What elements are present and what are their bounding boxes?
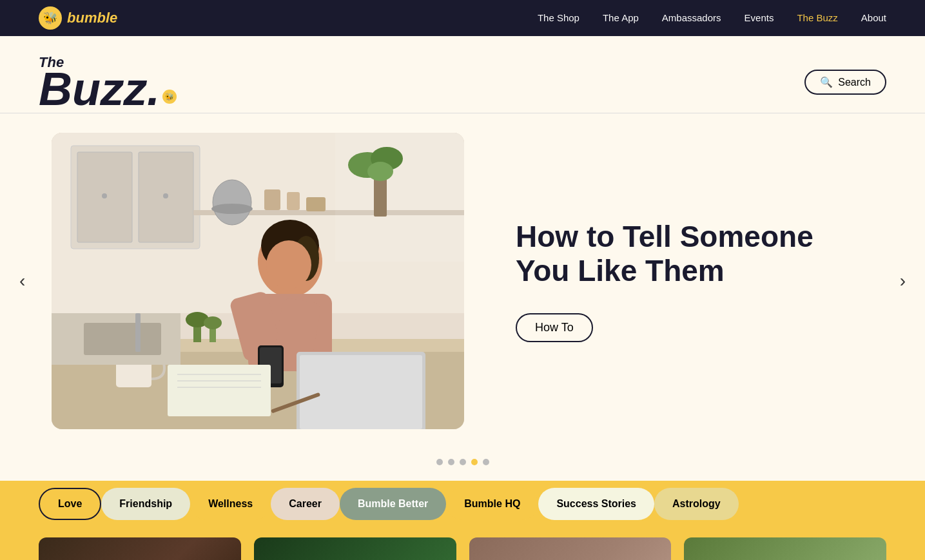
tab-astrology[interactable]: Astrology — [654, 488, 739, 520]
hero-slider: ‹ — [0, 113, 925, 449]
search-icon: 🔍 — [820, 76, 833, 88]
hero-image — [52, 133, 464, 429]
tab-wellness[interactable]: Wellness — [190, 488, 271, 520]
dot-3[interactable] — [460, 459, 466, 465]
svg-rect-40 — [135, 313, 141, 352]
svg-point-6 — [163, 193, 168, 198]
articles-section — [0, 527, 925, 560]
nav-link-shop[interactable]: The Shop — [538, 12, 579, 23]
svg-rect-10 — [264, 189, 280, 210]
how-to-badge[interactable]: How To — [516, 313, 593, 342]
buzz-logo-buzz: Buzz. — [39, 70, 160, 109]
svg-rect-31 — [168, 365, 271, 416]
tab-success-stories[interactable]: Success Stories — [538, 488, 654, 520]
search-label: Search — [838, 77, 871, 88]
tab-friendship[interactable]: Friendship — [101, 488, 190, 520]
article-card-4[interactable] — [684, 537, 886, 560]
svg-rect-39 — [84, 323, 161, 355]
article-card-2[interactable] — [254, 537, 456, 560]
nav-links: The Shop The App Ambassadors Events The … — [538, 12, 886, 24]
svg-rect-12 — [306, 197, 326, 211]
logo-icon: 🐝 — [39, 6, 62, 30]
hero-text: How to Tell Someone You Like Them How To — [516, 220, 873, 343]
next-slide-button[interactable]: › — [893, 264, 912, 298]
article-card-1[interactable] — [39, 537, 241, 560]
article-card-3[interactable] — [469, 537, 672, 560]
logo[interactable]: 🐝 bumble — [39, 6, 117, 30]
buzz-header: The Buzz. 🐝 🔍 Search — [0, 36, 925, 113]
svg-point-5 — [102, 193, 107, 198]
prev-slide-button[interactable]: ‹ — [13, 264, 32, 298]
nav-link-app[interactable]: The App — [603, 12, 639, 23]
nav-link-events[interactable]: Events — [745, 12, 774, 23]
nav-link-buzz[interactable]: The Buzz — [797, 12, 837, 23]
svg-point-9 — [211, 204, 253, 214]
nav-link-ambassadors[interactable]: Ambassadors — [662, 12, 721, 23]
svg-point-45 — [204, 316, 222, 329]
hero-content: How to Tell Someone You Like Them How To — [52, 133, 873, 429]
category-tabs: Love Friendship Wellness Career Bumble B… — [0, 481, 925, 527]
dot-1[interactable] — [436, 459, 443, 465]
search-button[interactable]: 🔍 Search — [804, 70, 886, 95]
buzz-logo: The Buzz. 🐝 — [39, 55, 177, 109]
tab-love[interactable]: Love — [39, 488, 101, 520]
svg-rect-41 — [335, 133, 464, 262]
tab-bumble-better[interactable]: Bumble Better — [340, 488, 446, 520]
slider-dots — [0, 449, 925, 481]
dot-2[interactable] — [448, 459, 454, 465]
svg-point-22 — [266, 240, 311, 289]
logo-text: bumble — [67, 10, 117, 26]
hero-title: How to Tell Someone You Like Them — [516, 220, 835, 288]
svg-rect-29 — [300, 355, 422, 429]
main-nav: 🐝 bumble The Shop The App Ambassadors Ev… — [0, 0, 925, 36]
tab-bumble-hq[interactable]: Bumble HQ — [446, 488, 538, 520]
nav-link-about[interactable]: About — [861, 12, 886, 23]
dot-5[interactable] — [483, 459, 489, 465]
dot-4[interactable] — [471, 459, 478, 465]
tab-career[interactable]: Career — [271, 488, 340, 520]
svg-point-8 — [213, 180, 251, 225]
bumble-badge-icon: 🐝 — [162, 90, 177, 104]
svg-rect-11 — [287, 192, 300, 210]
